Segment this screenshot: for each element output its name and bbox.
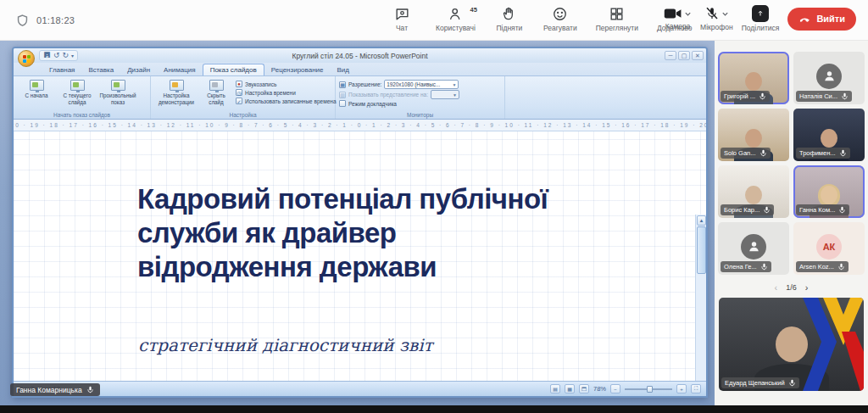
maximize-button[interactable]: ▢ (678, 51, 690, 60)
custom-slideshow-button[interactable]: Произвольный показ (98, 79, 137, 109)
ribbon-tab[interactable]: Рецензирование (264, 64, 331, 75)
bottom-black-bar (0, 405, 868, 413)
office-button[interactable] (18, 50, 35, 67)
record-icon: ● (236, 81, 242, 87)
participant-tile[interactable]: Олена Ге... (718, 222, 789, 275)
slide-canvas: Кадровий потенціал публічної служби як д… (14, 131, 706, 384)
rehearse-timings-button[interactable]: ◷ Настройка времени (236, 89, 337, 96)
zoom-slider-handle[interactable] (647, 386, 653, 393)
qat-dropdown-icon[interactable]: ▾ (71, 53, 74, 59)
ribbon-tab[interactable]: Дизайн (120, 64, 157, 75)
page-previous-icon[interactable]: ‹ (775, 282, 778, 293)
zoom-out-button[interactable]: − (610, 384, 620, 393)
mic-muted-icon (760, 263, 768, 271)
brand-logo-overlay-icon (787, 298, 864, 391)
from-beginning-button[interactable]: С начала (17, 79, 56, 109)
ribbon-tab[interactable]: Вид (331, 64, 356, 75)
redo-icon[interactable]: ↻ (63, 52, 70, 59)
participant-name: Олена Ге... (724, 263, 757, 271)
fit-to-window-button[interactable]: ⛶ (691, 384, 701, 393)
hide-slide-button[interactable]: Скрыть слайд (200, 79, 232, 106)
ribbon: С начала С текущего слайда Произвольный … (14, 75, 706, 120)
mic-muted-icon (763, 206, 771, 214)
resolution-dropdown[interactable]: 1920x1080 (Наивыс...▼ (384, 80, 459, 89)
camera-button[interactable]: Камера (664, 7, 692, 31)
raise-hand-button[interactable]: Підняти (491, 3, 528, 35)
view-grid-icon (609, 6, 625, 22)
participant-name: Едуард Щепанський (725, 379, 785, 387)
participant-tile[interactable]: Solo Gan... (718, 109, 789, 161)
avatar-placeholder-icon (816, 64, 842, 89)
slideshow-view-button[interactable]: 🗖 (579, 384, 589, 393)
zoom-slider[interactable] (625, 388, 672, 390)
horizontal-ruler: 22 · 21 · 20 · 19 · 18 · 17 · 16 · 15 · … (14, 120, 706, 131)
ribbon-tab[interactable]: Анимация (157, 64, 203, 75)
mic-button[interactable]: Мікрофон (700, 6, 733, 31)
presenter-view-checkbox[interactable]: Режим докладчика (339, 100, 501, 107)
undo-icon[interactable]: ↺ (53, 52, 60, 59)
scroll-up-arrow[interactable]: ▲ (697, 215, 706, 226)
hide-slide-icon (209, 80, 224, 91)
spotlight-tile[interactable]: Едуард Щепанський (719, 298, 864, 391)
participant-name: Arsen Koz... (799, 263, 834, 271)
person-icon (747, 239, 761, 254)
ribbon-tab[interactable]: Главная (42, 64, 81, 75)
record-narration-button[interactable]: ● Звукозапись (236, 81, 337, 87)
shared-screen-area: Круглий стіл 24.05 - Microsoft PowerPoin… (0, 41, 715, 405)
view-button[interactable]: Переглянути (593, 3, 642, 35)
normal-view-button[interactable]: ▤ (550, 384, 560, 393)
setup-slideshow-button[interactable]: Настройка демонстрации (154, 79, 198, 106)
close-button[interactable]: ✕ (692, 51, 704, 60)
ribbon-tab[interactable]: Показ слайдов (203, 64, 264, 75)
participants-label: Користувачі (436, 24, 476, 32)
participant-name-tag: Ганна Ком... (796, 204, 849, 215)
mic-label: Мікрофон (700, 23, 733, 31)
share-screen-icon (752, 5, 769, 22)
participant-tile[interactable]: Борис Кар... (718, 165, 789, 218)
mic-muted-icon (837, 263, 845, 271)
camera-icon (664, 7, 682, 20)
participants-button[interactable]: 45 Користувачі (432, 3, 479, 35)
participant-tile[interactable]: Ганна Ком... (793, 165, 865, 218)
participant-tile[interactable]: Трофимен... (793, 109, 865, 161)
ppt-title-bar[interactable]: Круглий стіл 24.05 - Microsoft PowerPoin… (14, 48, 706, 63)
participant-name-tag: Arsen Koz... (796, 261, 849, 272)
share-button[interactable]: Поділитися (742, 5, 780, 32)
slideshow-icon (111, 80, 125, 91)
toolbar-right: Камера Мікрофон Поділитися Вийти (664, 5, 856, 32)
raise-hand-label: Підняти (496, 24, 522, 32)
leave-button[interactable]: Вийти (787, 8, 856, 31)
mic-chevron-icon[interactable] (721, 10, 729, 18)
camera-chevron-icon[interactable] (684, 10, 692, 18)
participant-name-tag: Борис Кар... (721, 204, 774, 215)
vertical-scrollbar[interactable]: ▲ ⏶ ⏷ ▼ (695, 215, 706, 398)
shield-icon (15, 14, 30, 28)
save-icon[interactable]: 🖪 (43, 52, 51, 59)
participant-tile[interactable]: АКArsen Koz... (793, 222, 865, 275)
sorter-view-button[interactable]: ▦ (565, 384, 575, 393)
participant-name: Ганна Ком... (799, 206, 835, 214)
scrollbar-thumb[interactable] (697, 226, 706, 274)
minimize-button[interactable]: ─ (665, 51, 676, 60)
zoom-in-button[interactable]: + (676, 384, 687, 393)
office-logo-icon (23, 55, 31, 63)
initials-avatar: АК (816, 234, 842, 260)
view-label: Переглянути (596, 24, 638, 32)
page-next-icon[interactable]: › (805, 282, 809, 293)
from-current-slide-button[interactable]: С текущего слайда (58, 79, 97, 109)
react-button[interactable]: Реагувати (540, 3, 581, 35)
checkbox-empty-icon (339, 100, 346, 107)
chat-icon (394, 6, 410, 22)
mic-muted-icon (759, 92, 766, 100)
presenter-name: Ганна Комарницька (16, 386, 82, 394)
participant-tile[interactable]: Наталія Си... (793, 52, 865, 104)
group-label: Мониторы (336, 112, 504, 118)
participant-tile[interactable]: Григорій ... (718, 52, 789, 104)
meeting-timer-area: 01:18:23 (15, 0, 75, 41)
use-timings-checkbox[interactable]: ✓ Использовать записанные времена (236, 98, 337, 104)
chat-button[interactable]: Чат (383, 3, 420, 35)
ribbon-tabs: ГлавнаяВставкаДизайнАнимацияПоказ слайдо… (14, 63, 706, 75)
ribbon-tab[interactable]: Вставка (81, 64, 120, 75)
window-controls: ─ ▢ ✕ (665, 51, 704, 60)
slideshow-icon (30, 80, 44, 91)
